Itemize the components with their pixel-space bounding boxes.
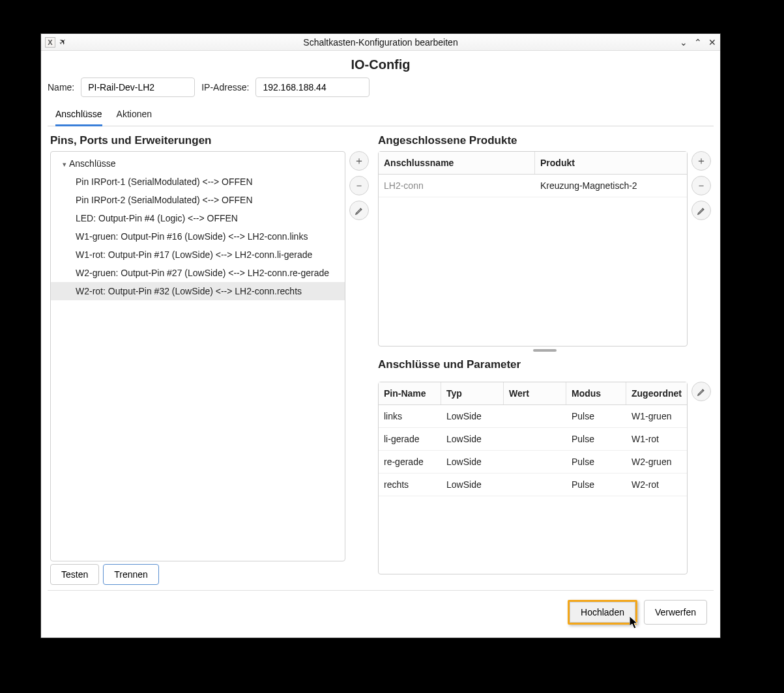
test-button[interactable]: Testen <box>50 564 99 585</box>
param-assigned: W2-gruen <box>626 451 687 473</box>
param-type: LowSide <box>441 405 504 427</box>
params-col-mode[interactable]: Modus <box>566 382 626 404</box>
param-pin: links <box>379 405 441 427</box>
edit-params-button[interactable] <box>691 382 711 401</box>
tree-item[interactable]: W2-gruen: Output-Pin #27 (LowSide) <--> … <box>51 264 345 282</box>
param-value <box>504 451 566 473</box>
param-value <box>504 474 566 496</box>
table-row[interactable]: re-gerade LowSide Pulse W2-gruen <box>379 451 687 474</box>
remove-product-button[interactable]: － <box>691 176 711 195</box>
param-value <box>504 428 566 450</box>
products-table[interactable]: Anschlussname Produkt LH2-conn Kreuzung-… <box>378 151 688 346</box>
window-title: Schaltkasten-Konfiguration bearbeiten <box>41 37 720 48</box>
pins-section-title: Pins, Ports und Erweiterungen <box>50 134 369 147</box>
tree-item[interactable]: W2-rot: Output-Pin #32 (LowSide) <--> LH… <box>51 282 345 300</box>
table-row[interactable]: links LowSide Pulse W1-gruen <box>379 405 687 428</box>
tree-item[interactable]: LED: Output-Pin #4 (Logic) <--> OFFEN <box>51 209 345 227</box>
param-pin: li-gerade <box>379 428 441 450</box>
tree-item[interactable]: Pin IRPort-1 (SerialModulated) <--> OFFE… <box>51 173 345 191</box>
pins-tree[interactable]: Anschlüsse Pin IRPort-1 (SerialModulated… <box>50 151 345 561</box>
products-col-conn[interactable]: Anschlussname <box>379 152 535 174</box>
name-label: Name: <box>48 82 74 92</box>
form-row: Name: IP-Adresse: <box>48 78 714 97</box>
param-assigned: W1-rot <box>626 428 687 450</box>
param-assigned: W2-rot <box>626 474 687 496</box>
products-col-prod[interactable]: Produkt <box>535 152 687 174</box>
titlebar: X ✈ Schaltkasten-Konfiguration bearbeite… <box>41 34 720 51</box>
disconnect-button[interactable]: Trennen <box>103 564 159 585</box>
tab-actions[interactable]: Aktionen <box>117 106 152 126</box>
params-section-title: Anschlüsse und Parameter <box>378 358 711 371</box>
table-row[interactable]: rechts LowSide Pulse W2-rot <box>379 474 687 496</box>
product-name: Kreuzung-Magnetisch-2 <box>535 175 687 197</box>
params-table[interactable]: Pin-Name Typ Wert Modus Zugeordnet links… <box>378 382 688 574</box>
tree-item[interactable]: W1-gruen: Output-Pin #16 (LowSide) <--> … <box>51 227 345 246</box>
param-mode: Pulse <box>566 451 626 473</box>
param-assigned: W1-gruen <box>626 405 687 427</box>
param-type: LowSide <box>441 451 504 473</box>
param-pin: rechts <box>379 474 441 496</box>
param-mode: Pulse <box>566 474 626 496</box>
products-section-title: Angeschlossene Produkte <box>378 134 711 147</box>
param-type: LowSide <box>441 474 504 496</box>
params-col-pin[interactable]: Pin-Name <box>379 382 441 404</box>
params-col-value[interactable]: Wert <box>504 382 566 404</box>
tabs: Anschlüsse Aktionen <box>48 102 714 126</box>
param-mode: Pulse <box>566 405 626 427</box>
params-col-type[interactable]: Typ <box>441 382 504 404</box>
upload-button[interactable]: Hochladen <box>570 602 635 623</box>
ip-label: IP-Adresse: <box>201 82 249 92</box>
footer: Hochladen Verwerfen <box>48 590 714 631</box>
edit-product-button[interactable] <box>691 201 711 220</box>
table-row[interactable]: li-gerade LowSide Pulse W1-rot <box>379 428 687 451</box>
config-window: X ✈ Schaltkasten-Konfiguration bearbeite… <box>40 33 721 638</box>
table-row[interactable]: LH2-conn Kreuzung-Magnetisch-2 <box>379 175 687 197</box>
tree-root-node[interactable]: Anschlüsse <box>51 154 345 173</box>
ip-input[interactable] <box>255 78 370 97</box>
add-pin-button[interactable]: ＋ <box>349 151 369 171</box>
param-pin: re-gerade <box>379 451 441 473</box>
remove-pin-button[interactable]: － <box>349 176 369 195</box>
page-title: IO-Config <box>48 57 714 72</box>
vertical-splitter[interactable] <box>378 346 711 354</box>
product-conn: LH2-conn <box>379 175 535 197</box>
tab-connections[interactable]: Anschlüsse <box>55 106 102 126</box>
upload-highlight: Hochladen <box>568 600 637 625</box>
discard-button[interactable]: Verwerfen <box>644 600 707 625</box>
tree-item[interactable]: W1-rot: Output-Pin #17 (LowSide) <--> LH… <box>51 246 345 264</box>
edit-pin-button[interactable] <box>349 201 369 220</box>
name-input[interactable] <box>81 78 195 97</box>
params-col-assigned[interactable]: Zugeordnet <box>626 382 687 404</box>
param-mode: Pulse <box>566 428 626 450</box>
param-value <box>504 405 566 427</box>
tree-item[interactable]: Pin IRPort-2 (SerialModulated) <--> OFFE… <box>51 191 345 209</box>
param-type: LowSide <box>441 428 504 450</box>
add-product-button[interactable]: ＋ <box>691 151 711 171</box>
